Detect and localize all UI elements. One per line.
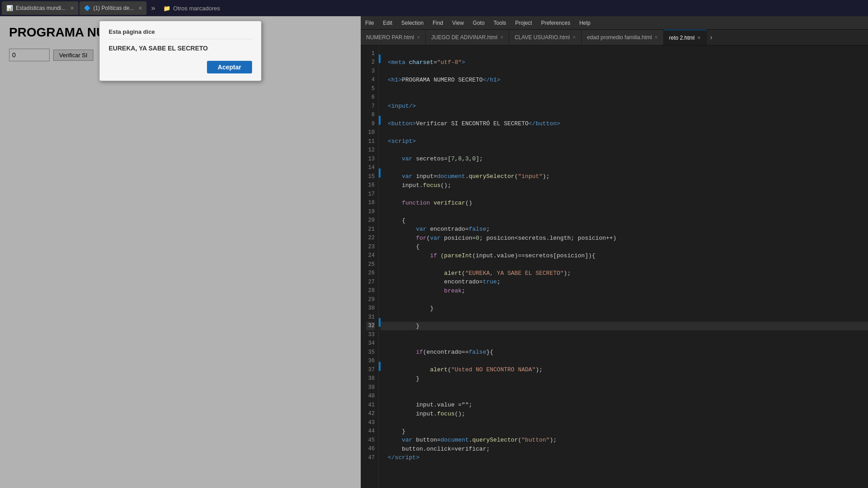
code-line-27: encontrado=true; (381, 278, 868, 287)
menu-view[interactable]: View (451, 18, 465, 28)
code-line-34 (381, 339, 868, 348)
line-number-47: 47 (366, 453, 375, 462)
line-number-10: 10 (366, 128, 375, 137)
editor-tabs: NUMERO PAR.html × JUEGO DE ADIVINAR.html… (361, 30, 868, 46)
line-number-40: 40 (366, 392, 375, 401)
code-line-7: <input/> (381, 102, 868, 111)
line-number-39: 39 (366, 383, 375, 392)
line-number-24: 24 (366, 251, 375, 260)
code-line-24: if (parseInt(input.value)==secretos[posi… (381, 251, 868, 260)
menu-help[interactable]: Help (579, 18, 592, 28)
tab1-close[interactable]: × (70, 5, 74, 12)
line-number-18: 18 (366, 199, 375, 208)
line-number-5: 5 (366, 84, 375, 93)
dialog-header: Esta página dice (109, 28, 252, 39)
menu-preferences[interactable]: Preferences (540, 18, 571, 28)
alert-dialog: Esta página dice EUREKA, YA SABE EL SECR… (99, 21, 262, 81)
line-number-38: 38 (366, 374, 375, 383)
code-line-19 (381, 207, 868, 216)
tab1-icon: 📊 (6, 5, 13, 11)
line-number-29: 29 (366, 295, 375, 304)
line-number-4: 4 (366, 76, 375, 85)
code-line-47: </script> (381, 453, 868, 462)
line-number-43: 43 (366, 418, 375, 427)
menu-project[interactable]: Project (514, 18, 533, 28)
browser-content: PROGRAMA NU Verificar SI Esta página dic… (0, 16, 361, 488)
line-number-34: 34 (366, 339, 375, 348)
line-number-7: 7 (366, 102, 375, 111)
editor-tab2-close[interactable]: × (500, 34, 503, 41)
line-number-35: 35 (366, 348, 375, 357)
editor-tab-2[interactable]: JUEGO DE ADIVINAR.html × (426, 30, 509, 46)
code-line-11: <script> (381, 137, 868, 146)
code-line-13: var secretos=[7,8,3,0]; (381, 155, 868, 164)
more-tabs-button[interactable]: » (147, 4, 159, 12)
editor-tab5-label: reto 2.html (669, 35, 695, 41)
editor-area: File Edit Selection Find View Goto Tools… (361, 16, 868, 488)
tab2-close[interactable]: × (138, 5, 142, 12)
code-line-8 (381, 111, 868, 120)
tab2-label: (1) Políticas de... (93, 5, 134, 11)
line-number-20: 20 (366, 216, 375, 225)
line-number-9: 9 (366, 119, 375, 128)
menu-selection[interactable]: Selection (400, 18, 424, 28)
code-line-42: input.focus(); (381, 410, 868, 419)
line-number-22: 22 (366, 234, 375, 243)
menu-find[interactable]: Find (432, 18, 444, 28)
code-area[interactable]: <meta charset="utf-8"> <h1>PROGRAMA NUME… (381, 46, 868, 488)
menu-file[interactable]: File (364, 18, 375, 28)
code-line-44: } (381, 427, 868, 436)
line-number-26: 26 (366, 269, 375, 278)
line-number-6: 6 (366, 93, 375, 102)
editor-tab3-close[interactable]: × (573, 34, 576, 41)
line-number-31: 31 (366, 313, 375, 322)
line-number-32: 32 (366, 322, 375, 331)
code-line-38: } (381, 374, 868, 383)
code-line-3 (381, 67, 868, 76)
code-line-2: <meta charset="utf-8"> (381, 58, 868, 67)
code-line-41: input.value =""; (381, 401, 868, 410)
line-number-8: 8 (366, 111, 375, 120)
code-line-40 (381, 392, 868, 401)
code-line-30: } (381, 304, 868, 313)
line-number-16: 16 (366, 181, 375, 190)
code-line-25 (381, 260, 868, 269)
editor-tab-1[interactable]: NUMERO PAR.html × (361, 30, 426, 46)
menu-tools[interactable]: Tools (493, 18, 507, 28)
editor-menu-bar: File Edit Selection Find View Goto Tools… (361, 16, 868, 30)
line-number-15: 15 (366, 172, 375, 181)
code-line-35: if(encontrado==false}{ (381, 348, 868, 357)
line-number-33: 33 (366, 330, 375, 339)
browser-tab-1[interactable]: 📊 Estadísticas mundi... × (2, 1, 78, 15)
code-line-32: } (381, 322, 868, 331)
line-number-1: 1 (366, 49, 375, 58)
line-number-36: 36 (366, 357, 375, 366)
menu-goto[interactable]: Goto (472, 18, 486, 28)
code-line-37: alert("Usted NO ENCONTRO NADA"); (381, 365, 868, 374)
line-number-42: 42 (366, 410, 375, 419)
line-number-27: 27 (366, 278, 375, 287)
more-editor-tabs[interactable]: › (707, 33, 716, 41)
editor-tab-3[interactable]: CLAVE USUARIO.html × (509, 30, 582, 46)
editor-tab5-close[interactable]: × (697, 35, 700, 41)
browser-tab-2[interactable]: 🔷 (1) Políticas de... × (79, 1, 147, 15)
editor-tab-5[interactable]: reto 2.html × (664, 30, 707, 46)
editor-tab1-close[interactable]: × (417, 34, 420, 41)
editor-tab4-close[interactable]: × (655, 34, 658, 41)
dialog-message: EUREKA, YA SABE EL SECRETO (109, 45, 252, 52)
line-number-12: 12 (366, 146, 375, 155)
line-number-19: 19 (366, 207, 375, 216)
line-number-17: 17 (366, 190, 375, 199)
dialog-ok-button[interactable]: Aceptar (207, 61, 252, 73)
menu-edit[interactable]: Edit (382, 18, 393, 28)
code-line-31 (381, 313, 868, 322)
line-number-25: 25 (366, 260, 375, 269)
code-line-26: alert("EUREKA, YA SABE EL SECRETO"); (381, 269, 868, 278)
line-number-41: 41 (366, 401, 375, 410)
browser-chrome: 📊 Estadísticas mundi... × 🔷 (1) Política… (0, 0, 868, 16)
code-line-1 (381, 49, 868, 58)
editor-tab-4[interactable]: edad promedio familia.html × (582, 30, 664, 46)
code-line-43 (381, 418, 868, 427)
main-area: PROGRAMA NU Verificar SI Esta página dic… (0, 16, 868, 488)
code-line-46: button.onclick=verificar; (381, 445, 868, 454)
